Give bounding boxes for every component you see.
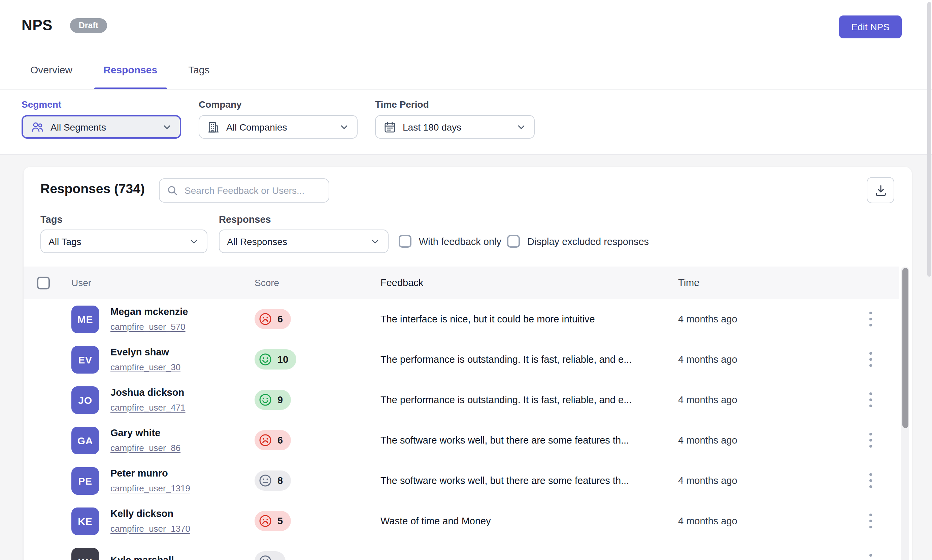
user-name: Megan mckenzie [111, 306, 188, 317]
face-icon [258, 473, 273, 488]
table-row: KE Kelly dickson campfire_user_1370 5 Wa… [23, 501, 899, 541]
score-badge: 6 [254, 430, 291, 450]
kebab-menu-icon[interactable] [864, 428, 877, 452]
time-period-value: Last 180 days [403, 122, 461, 132]
table-row: GA Gary white campfire_user_86 6 The sof… [23, 420, 899, 460]
chevron-down-icon [339, 122, 350, 132]
column-header-feedback: Feedback [381, 277, 678, 288]
kebab-menu-icon[interactable] [864, 307, 877, 331]
score-value: 8 [277, 475, 283, 486]
tags-value: All Tags [48, 236, 82, 247]
user-username-link[interactable]: campfire_user_471 [111, 402, 185, 412]
search-box [159, 178, 329, 203]
segment-dropdown[interactable]: All Segments [22, 115, 181, 138]
responses-filter-label: Responses [219, 214, 271, 225]
user-name: Evelyn shaw [111, 346, 180, 357]
kebab-menu-icon[interactable] [864, 549, 877, 560]
display-excluded-checkbox[interactable] [507, 235, 520, 248]
time-text: 4 months ago [678, 435, 856, 446]
company-dropdown[interactable]: All Companies [199, 115, 357, 138]
score-badge: 8 [254, 471, 291, 491]
feedback-text: The performance is outstanding. It is fa… [381, 394, 678, 405]
company-label: Company [199, 99, 357, 110]
search-input[interactable] [159, 178, 329, 203]
panel-title: Responses (734) [40, 181, 145, 197]
with-feedback-only-checkbox[interactable] [399, 235, 411, 248]
score-badge: 10 [254, 349, 296, 369]
people-icon [30, 120, 45, 134]
responses-dropdown[interactable]: All Responses [219, 229, 388, 253]
download-button[interactable] [867, 177, 894, 203]
feedback-text: Waste of time and Money [381, 515, 678, 526]
edit-nps-button[interactable]: Edit NPS [839, 15, 902, 38]
building-icon [207, 120, 220, 134]
face-icon [258, 352, 273, 367]
score-value: 10 [277, 354, 288, 365]
avatar: EV [71, 346, 99, 373]
scrollbar-thumb[interactable] [902, 268, 908, 428]
user-username-link[interactable]: campfire_user_30 [111, 362, 180, 372]
segment-value: All Segments [51, 122, 106, 132]
user-username-link[interactable]: campfire_user_1370 [111, 523, 190, 534]
kebab-menu-icon[interactable] [864, 469, 877, 492]
with-feedback-only-label: With feedback only [419, 236, 501, 247]
score-value: 6 [277, 314, 283, 325]
select-all-checkbox[interactable] [37, 276, 50, 289]
avatar: JO [71, 386, 99, 414]
table-row: PE Peter munro campfire_user_1319 8 The … [23, 460, 899, 501]
face-icon [258, 433, 273, 448]
page-scrollbar-thumb[interactable] [927, 2, 931, 277]
user-username-link[interactable]: campfire_user_570 [111, 322, 185, 331]
table-row: JO Joshua dickson campfire_user_471 9 Th… [23, 380, 899, 420]
tags-dropdown[interactable]: All Tags [40, 229, 207, 253]
time-text: 4 months ago [678, 515, 856, 526]
score-value: 5 [277, 515, 283, 526]
table-row: KY Kyle marshall [23, 541, 899, 560]
tab-bar: Overview Responses Tags [30, 0, 210, 89]
feedback-text: The performance is outstanding. It is fa… [381, 354, 678, 365]
feedback-text: The software works well, but there are s… [381, 475, 678, 486]
user-name: Gary white [111, 427, 180, 438]
tab-tags[interactable]: Tags [188, 64, 210, 89]
column-header-score: Score [254, 277, 381, 288]
app-window: NPS Draft Edit NPS Overview Responses Ta… [0, 0, 932, 560]
user-username-link[interactable]: campfire_user_1319 [111, 483, 190, 493]
face-icon [258, 312, 273, 326]
score-value: 6 [277, 435, 283, 446]
vertical-scrollbar[interactable] [901, 266, 909, 560]
chevron-down-icon [516, 122, 527, 132]
score-badge: 5 [254, 511, 291, 531]
kebab-menu-icon[interactable] [864, 388, 877, 412]
calendar-icon [383, 120, 397, 134]
display-excluded-label: Display excluded responses [527, 236, 649, 247]
tab-overview[interactable]: Overview [30, 64, 72, 89]
time-text: 4 months ago [678, 475, 856, 486]
avatar: GA [71, 426, 99, 454]
table-body: ME Megan mckenzie campfire_user_570 6 Th… [23, 299, 899, 560]
score-value: 9 [277, 394, 283, 405]
avatar: PE [71, 467, 99, 494]
download-icon [874, 183, 887, 197]
time-period-dropdown[interactable]: Last 180 days [375, 115, 535, 138]
segment-label: Segment [22, 99, 181, 110]
time-period-label: Time Period [375, 99, 535, 110]
time-text: 4 months ago [678, 394, 856, 405]
responses-panel: Responses (734) Tags All Tags Responses … [23, 167, 912, 560]
chevron-down-icon [189, 236, 199, 247]
face-icon [258, 392, 273, 407]
kebab-menu-icon[interactable] [864, 348, 877, 371]
feedback-text: The software works well, but there are s… [381, 435, 678, 446]
user-name: Kelly dickson [111, 508, 190, 518]
face-icon [258, 514, 273, 528]
table-row: ME Megan mckenzie campfire_user_570 6 Th… [23, 299, 899, 339]
user-username-link[interactable]: campfire_user_86 [111, 443, 180, 453]
table-row: EV Evelyn shaw campfire_user_30 10 The p… [23, 339, 899, 380]
time-text: 4 months ago [678, 314, 856, 325]
responses-value: All Responses [227, 236, 287, 247]
kebab-menu-icon[interactable] [864, 509, 877, 533]
feedback-text: The interface is nice, but it could be m… [381, 314, 678, 325]
company-value: All Companies [226, 122, 287, 132]
tab-responses[interactable]: Responses [103, 64, 157, 89]
chevron-down-icon [370, 236, 381, 247]
user-name: Peter munro [111, 468, 190, 478]
